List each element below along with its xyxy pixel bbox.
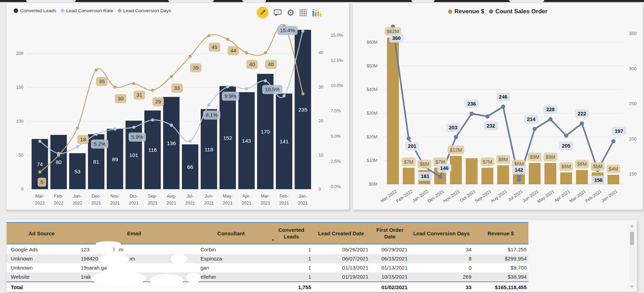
count-line-point[interactable]	[454, 135, 458, 139]
axis-or-data-label: $12M	[450, 147, 462, 153]
rate-line-point[interactable]	[301, 30, 305, 33]
revenue-bar[interactable]	[576, 170, 588, 184]
days-line-point[interactable]	[226, 38, 229, 41]
axis-or-data-label: 53	[74, 169, 80, 174]
redaction-blob	[96, 241, 121, 246]
cell-converted-leads: 1	[270, 272, 312, 281]
rate-line-point[interactable]	[114, 128, 117, 131]
column-header-lead-created-date[interactable]: Lead Created Date	[312, 223, 370, 244]
axis-or-data-label: 40	[249, 61, 255, 67]
total-first-order-date: 01/02/2021	[370, 282, 410, 292]
rate-line-point[interactable]	[170, 124, 173, 127]
count-line-point[interactable]	[517, 178, 521, 182]
axis-or-data-label: 74	[37, 161, 43, 167]
table-row[interactable]: Unknown 19sarah.ga com gan 1 01/13/2021 …	[7, 263, 528, 272]
rate-line-point[interactable]	[264, 79, 267, 83]
days-line-point[interactable]	[114, 86, 117, 89]
count-line-point[interactable]	[580, 121, 584, 126]
rate-line-point[interactable]	[76, 145, 79, 148]
rate-line-point[interactable]	[226, 85, 229, 88]
revenue-bar[interactable]	[529, 163, 541, 184]
revenue-bar[interactable]	[560, 172, 572, 184]
axis-or-data-label: $5M	[593, 164, 602, 169]
rate-line-point[interactable]	[189, 140, 192, 143]
cell-lead-created-date: 01/19/2021	[312, 272, 370, 281]
axis-or-data-label: 0	[319, 187, 321, 192]
table-row[interactable]: Google Ads 123. @mail m Corbin 1 05/26/2…	[7, 245, 528, 254]
days-line-point[interactable]	[76, 127, 79, 130]
count-line-point[interactable]	[501, 105, 505, 109]
axis-or-data-label: $5M	[561, 164, 571, 169]
rate-line-point[interactable]	[38, 140, 42, 143]
axis-or-data-label: 101	[129, 152, 138, 158]
axis-or-data-label: Feb-2022	[395, 189, 414, 203]
axis-or-data-label: 300	[629, 66, 637, 71]
rate-line-point[interactable]	[207, 103, 211, 107]
count-line-point[interactable]	[533, 127, 537, 131]
days-line-point[interactable]	[189, 55, 192, 58]
days-line-point[interactable]	[264, 51, 267, 55]
scrollbar-thumb[interactable]	[630, 232, 634, 245]
axis-or-data-label: 66	[187, 164, 193, 170]
cell-first-order-date: 06/15/2021	[370, 254, 410, 263]
revenue-bar[interactable]	[482, 168, 493, 184]
scrollbar-down-arrow[interactable]: ˅︎	[629, 284, 635, 289]
axis-or-data-label: $9M	[546, 154, 555, 160]
axis-or-data-label: $6M	[420, 161, 429, 167]
leads-table-panel: Ad Source Email Consultant Converted Lea…	[6, 220, 637, 292]
table-row[interactable]: Unknown 198420 mail.com Espinoza 1 06/07…	[7, 254, 528, 263]
count-line-point[interactable]	[438, 175, 442, 179]
column-header-ad-source[interactable]: Ad Source	[7, 223, 76, 244]
count-line-point[interactable]	[611, 139, 615, 143]
axis-or-data-label: $7M	[404, 159, 413, 165]
revenue-bar[interactable]	[607, 175, 619, 184]
column-header-revenue[interactable]: Revenue $	[473, 223, 528, 244]
days-line-point[interactable]	[207, 34, 211, 37]
cell-lead-conversion-days: 8	[410, 254, 473, 263]
table-scrollbar[interactable]: ˄︎ ˅︎	[629, 223, 635, 289]
count-line-point[interactable]	[548, 117, 552, 121]
days-line-point[interactable]	[245, 51, 248, 55]
axis-or-data-label: $0M	[369, 182, 378, 187]
days-line-point[interactable]	[151, 89, 154, 92]
axis-or-data-label: 222	[578, 111, 586, 116]
revenue-bar[interactable]	[450, 156, 462, 184]
column-header-first-order-date[interactable]: First Order Date	[370, 223, 410, 244]
axis-or-data-label: 146	[440, 165, 448, 171]
axis-or-data-label: $7M	[483, 159, 492, 165]
count-line-point[interactable]	[470, 112, 474, 116]
count-line-point[interactable]	[564, 134, 568, 138]
total-lead-conversion-days: 33	[410, 282, 473, 292]
days-line-point[interactable]	[170, 75, 173, 78]
column-header-converted-leads[interactable]: Converted Leads	[270, 223, 312, 244]
axis-or-data-label: $60M	[367, 40, 378, 45]
axis-or-data-label: 33	[174, 85, 180, 91]
axis-or-data-label: 40	[268, 61, 274, 67]
axis-or-data-label: Apr-2021	[554, 189, 571, 203]
rate-line-point[interactable]	[132, 126, 136, 129]
axis-or-data-label: 29	[155, 99, 161, 105]
column-header-consultant[interactable]: Consultant	[192, 223, 270, 244]
rate-line-point[interactable]	[283, 94, 286, 98]
column-header-email[interactable]: Email	[76, 223, 192, 244]
table-row[interactable]: Website 1rak elleher 1 01/19/2021 10/15/…	[7, 272, 528, 281]
days-line-point[interactable]	[132, 82, 136, 85]
axis-or-data-label: Feb-2021	[584, 189, 602, 203]
days-line-point[interactable]	[95, 69, 98, 72]
rate-line-point[interactable]	[95, 133, 98, 136]
revenue-bar[interactable]	[466, 158, 478, 184]
rate-line-point[interactable]	[151, 119, 154, 122]
revenue-bar[interactable]	[497, 165, 509, 184]
days-line-point[interactable]	[38, 171, 42, 174]
revenue-bar[interactable]	[403, 168, 415, 184]
sort-descending-icon[interactable]: ▼	[271, 238, 275, 242]
scrollbar-up-arrow[interactable]: ˄︎	[629, 223, 635, 229]
days-line-point[interactable]	[301, 92, 305, 95]
revenue-bar[interactable]	[544, 163, 556, 184]
rate-line-point[interactable]	[57, 152, 60, 155]
rate-line-point[interactable]	[245, 87, 248, 91]
column-header-lead-conversion-days[interactable]: Lead Conversion Days	[410, 223, 473, 244]
count-line-point[interactable]	[485, 114, 490, 119]
axis-or-data-label: $40M	[367, 87, 378, 92]
count-line-point[interactable]	[407, 136, 411, 141]
